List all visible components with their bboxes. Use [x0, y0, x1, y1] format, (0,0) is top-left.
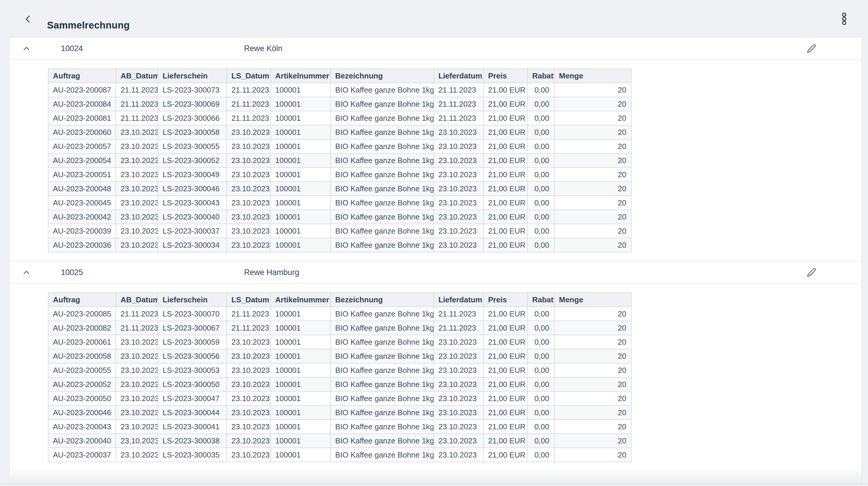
cell-lieferdatum: 23.10.2023 [434, 182, 484, 196]
table-row: AU-2023-20004223.10.2023LS-2023-30004023… [48, 210, 631, 224]
cell-rabatt: 0,00 [527, 196, 554, 210]
cell-preis: 21,00 EUR [484, 420, 527, 434]
cell-ls_datum: 23.10.2023 [227, 349, 271, 363]
table-row: AU-2023-20004523.10.2023LS-2023-30004323… [48, 196, 631, 210]
cell-bezeichnung: BIO Kaffee ganze Bohne 1kg [331, 111, 434, 125]
cell-ls_datum: 23.10.2023 [227, 196, 271, 210]
cell-artikelnummer: 100001 [271, 182, 331, 196]
cell-bezeichnung: BIO Kaffee ganze Bohne 1kg [331, 448, 434, 462]
table-row: AU-2023-20003923.10.2023LS-2023-30003723… [48, 224, 631, 238]
cell-bezeichnung: BIO Kaffee ganze Bohne 1kg [331, 238, 434, 252]
cell-auftrag: AU-2023-200048 [48, 182, 116, 196]
cell-menge: 20 [554, 321, 631, 335]
cell-lieferdatum: 23.10.2023 [434, 434, 484, 448]
customer-name: Rewe Köln [244, 38, 283, 59]
cell-rabatt: 0,00 [527, 139, 554, 153]
cell-lieferdatum: 23.10.2023 [434, 224, 484, 238]
cell-rabatt: 0,00 [527, 363, 554, 377]
collapse-section-button[interactable] [22, 44, 31, 53]
cell-preis: 21,00 EUR [484, 321, 527, 335]
cell-bezeichnung: BIO Kaffee ganze Bohne 1kg [331, 377, 434, 391]
cell-artikelnummer: 100001 [271, 377, 331, 391]
invoice-section-10025: 10025 Rewe Hamburg AuftragAB_DatumLiefer… [10, 261, 862, 471]
cell-auftrag: AU-2023-200058 [48, 349, 116, 363]
cell-auftrag: AU-2023-200039 [48, 224, 116, 238]
table-row: AU-2023-20005423.10.2023LS-2023-30005223… [48, 153, 631, 167]
cell-lieferdatum: 23.10.2023 [434, 391, 484, 406]
chevron-left-icon [23, 14, 33, 24]
column-header-rabatt: Rabatt [527, 293, 554, 307]
cell-artikelnummer: 100001 [271, 448, 331, 462]
cell-lieferschein: LS-2023-300034 [158, 238, 227, 252]
cell-artikelnummer: 100001 [271, 167, 331, 182]
cell-lieferdatum: 21.11.2023 [434, 97, 484, 111]
cell-lieferschein: LS-2023-300037 [158, 224, 227, 238]
cell-lieferschein: LS-2023-300047 [158, 391, 227, 406]
cell-artikelnummer: 100001 [271, 153, 331, 167]
column-header-lieferdatum: Lieferdatum [434, 293, 484, 307]
cell-bezeichnung: BIO Kaffee ganze Bohne 1kg [331, 182, 434, 196]
cell-rabatt: 0,00 [527, 434, 554, 448]
cell-menge: 20 [554, 182, 631, 196]
cell-lieferschein: LS-2023-300073 [158, 83, 227, 97]
invoice-number: 10024 [61, 38, 83, 59]
cell-lieferdatum: 23.10.2023 [434, 196, 484, 210]
sammelrechnung-page: { "colors": { "page_bg": "#eff1f4", "car… [0, 0, 868, 486]
cell-lieferschein: LS-2023-300053 [158, 363, 227, 377]
column-header-ls_datum: LS_Datum [227, 69, 271, 83]
cell-artikelnummer: 100001 [271, 321, 331, 335]
cell-menge: 20 [554, 224, 631, 238]
cell-preis: 21,00 EUR [484, 238, 527, 252]
column-header-menge: Menge [554, 69, 631, 83]
cell-preis: 21,00 EUR [484, 335, 527, 349]
cell-preis: 21,00 EUR [484, 125, 527, 139]
cell-bezeichnung: BIO Kaffee ganze Bohne 1kg [331, 210, 434, 224]
cell-auftrag: AU-2023-200051 [48, 167, 116, 182]
table-row: AU-2023-20008221.11.2023LS-2023-30006721… [48, 321, 631, 335]
cell-menge: 20 [554, 139, 631, 153]
cell-rabatt: 0,00 [527, 321, 554, 335]
overflow-menu-button[interactable] [839, 12, 849, 26]
cell-rabatt: 0,00 [527, 349, 554, 363]
cell-preis: 21,00 EUR [484, 406, 527, 420]
cell-lieferdatum: 23.10.2023 [434, 349, 484, 363]
table-row: AU-2023-20005223.10.2023LS-2023-30005023… [48, 377, 631, 391]
cell-menge: 20 [554, 153, 631, 167]
cell-auftrag: AU-2023-200052 [48, 377, 116, 391]
cell-rabatt: 0,00 [527, 111, 554, 125]
cell-ab_datum: 23.10.2023 [116, 167, 158, 182]
cell-bezeichnung: BIO Kaffee ganze Bohne 1kg [331, 167, 434, 182]
cell-rabatt: 0,00 [527, 182, 554, 196]
cell-preis: 21,00 EUR [484, 182, 527, 196]
cell-ls_datum: 23.10.2023 [227, 391, 271, 406]
cell-ls_datum: 21.11.2023 [227, 307, 271, 321]
cell-ls_datum: 23.10.2023 [227, 406, 271, 420]
cell-bezeichnung: BIO Kaffee ganze Bohne 1kg [331, 321, 434, 335]
cell-ls_datum: 23.10.2023 [227, 420, 271, 434]
cell-ab_datum: 23.10.2023 [116, 434, 158, 448]
cell-lieferschein: LS-2023-300050 [158, 377, 227, 391]
column-header-ls_datum: LS_Datum [227, 293, 271, 307]
cell-bezeichnung: BIO Kaffee ganze Bohne 1kg [331, 83, 434, 97]
cell-rabatt: 0,00 [527, 167, 554, 182]
cell-lieferdatum: 23.10.2023 [434, 167, 484, 182]
cell-ls_datum: 23.10.2023 [227, 377, 271, 391]
cell-rabatt: 0,00 [527, 97, 554, 111]
cell-preis: 21,00 EUR [484, 196, 527, 210]
edit-section-button[interactable] [807, 44, 816, 53]
edit-section-button[interactable] [807, 268, 816, 277]
section-header: 10025 Rewe Hamburg [10, 261, 862, 284]
table-header-row: AuftragAB_DatumLieferscheinLS_DatumArtik… [48, 69, 631, 83]
cell-ab_datum: 23.10.2023 [116, 182, 158, 196]
cell-artikelnummer: 100001 [271, 391, 331, 406]
collapse-section-button[interactable] [22, 268, 31, 277]
table-row: AU-2023-20003723.10.2023LS-2023-30003523… [48, 448, 631, 462]
cell-bezeichnung: BIO Kaffee ganze Bohne 1kg [331, 335, 434, 349]
cell-lieferschein: LS-2023-300044 [158, 406, 227, 420]
cell-ab_datum: 23.10.2023 [116, 224, 158, 238]
cell-auftrag: AU-2023-200081 [48, 111, 116, 125]
customer-name: Rewe Hamburg [244, 261, 299, 283]
cell-rabatt: 0,00 [527, 335, 554, 349]
back-button[interactable] [23, 14, 33, 24]
cell-lieferdatum: 23.10.2023 [434, 238, 484, 252]
